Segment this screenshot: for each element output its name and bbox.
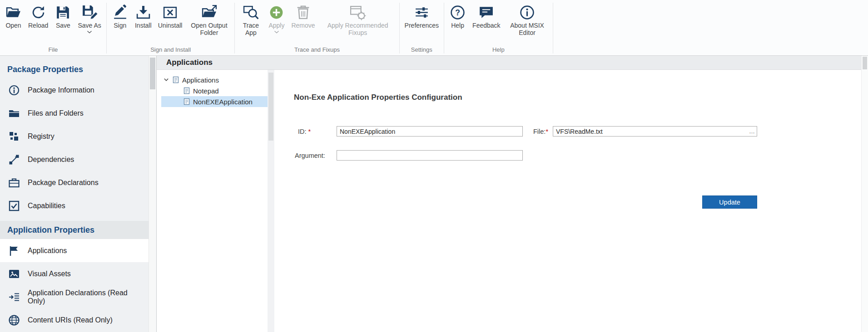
sidebar-item-application-declarations[interactable]: Application Declarations (Read Only)	[0, 285, 149, 308]
sidebar-item-label: Files and Folders	[28, 109, 84, 117]
sidebar-item-content-uris[interactable]: Content URIs (Read Only)	[0, 308, 149, 332]
tree-node-label: Applications	[182, 76, 219, 84]
ribbon-group-label-settings: Settings	[402, 45, 442, 55]
remove-trash-icon	[295, 4, 312, 21]
open-output-folder-icon	[201, 4, 218, 21]
sidebar-item-label: Registry	[28, 132, 55, 141]
ribbon-group-trace-fixups: Trace App Apply Remove Apply Recommended…	[235, 0, 399, 55]
feedback-bubble-icon	[478, 4, 495, 21]
preferences-button[interactable]: Preferences	[402, 1, 442, 29]
sidebar-item-package-information[interactable]: Package Information	[0, 78, 149, 102]
application-properties-form: Non-Exe Application Properties Configura…	[274, 70, 868, 332]
form-heading: Non-Exe Application Properties Configura…	[294, 93, 462, 102]
uninstall-button[interactable]: Uninstall	[155, 1, 186, 29]
preferences-sliders-icon	[413, 4, 430, 21]
preferences-button-label: Preferences	[405, 22, 439, 29]
ribbon-group-file: Open Reload Save Save As File	[0, 0, 106, 55]
file-input[interactable]	[553, 126, 757, 137]
uninstall-button-label: Uninstall	[158, 22, 183, 29]
trace-app-magnifier-icon	[243, 4, 259, 21]
remove-button[interactable]: Remove	[288, 1, 318, 29]
sidebar-section-package-properties: Package Properties	[0, 60, 149, 78]
visual-assets-icon	[8, 268, 20, 280]
sidebar-item-files-and-folders[interactable]: Files and Folders	[0, 102, 149, 125]
apply-recommended-fixups-button[interactable]: Apply Recommended Fixups	[318, 1, 397, 36]
main-scrollbar[interactable]	[861, 56, 868, 332]
sidebar-item-label: Dependencies	[28, 156, 74, 164]
sidebar-item-label: Package Information	[28, 86, 94, 94]
save-button[interactable]: Save	[51, 1, 74, 29]
open-button[interactable]: Open	[2, 1, 25, 29]
sidebar-item-label: Capabilities	[28, 202, 65, 210]
tree-node-notepad[interactable]: Notepad	[157, 85, 268, 96]
sidebar-section-application-properties: Application Properties	[0, 221, 149, 239]
trace-app-button[interactable]: Trace App	[237, 1, 265, 36]
browse-file-button[interactable]: …	[749, 126, 755, 137]
save-as-icon	[81, 4, 98, 21]
sidebar-item-visual-assets[interactable]: Visual Assets	[0, 262, 149, 285]
document-icon	[183, 98, 190, 105]
sidebar-item-capabilities[interactable]: Capabilities	[0, 194, 149, 217]
argument-field-label: Argument:	[295, 152, 325, 159]
tree-scrollbar-thumb[interactable]	[268, 73, 273, 141]
reload-button[interactable]: Reload	[25, 1, 51, 29]
feedback-button[interactable]: Feedback	[469, 1, 503, 29]
tree-node-label: NonEXEApplication	[193, 98, 253, 106]
sidebar-item-applications[interactable]: Applications	[0, 239, 149, 262]
sidebar-item-dependencies[interactable]: Dependencies	[0, 148, 149, 171]
sign-button[interactable]: Sign	[109, 1, 132, 29]
install-button-label: Install	[135, 22, 152, 29]
sidebar-item-package-declarations[interactable]: Package Declarations	[0, 171, 149, 194]
tree-node-nonexeapplication[interactable]: NonEXEApplication	[161, 96, 268, 107]
open-output-folder-button[interactable]: Open Output Folder	[185, 1, 233, 36]
sidebar-item-label: Visual Assets	[28, 270, 71, 278]
applications-tree: Applications Notepad NonEXEApplication	[157, 70, 268, 332]
install-button[interactable]: Install	[132, 1, 155, 29]
trace-app-button-label: Trace App	[240, 22, 262, 36]
tree-node-applications-root[interactable]: Applications	[157, 74, 268, 85]
sidebar-scrollbar[interactable]	[149, 56, 157, 332]
svg-text:?: ?	[455, 8, 460, 17]
save-as-button[interactable]: Save As	[74, 1, 104, 34]
about-info-icon	[519, 4, 536, 21]
open-folder-icon	[5, 4, 22, 21]
tree-scrollbar[interactable]	[268, 70, 274, 332]
registry-icon	[8, 131, 20, 142]
open-output-folder-button-label: Open Output Folder	[188, 22, 229, 36]
main-panel: Applications Applications Notepad NonEXE…	[157, 56, 868, 332]
id-input[interactable]	[337, 126, 523, 137]
sidebar-item-label: Applications	[28, 247, 67, 255]
apply-plus-icon	[268, 4, 285, 21]
save-icon	[55, 4, 71, 21]
ribbon-group-label-file: File	[2, 45, 104, 55]
save-as-button-label: Save As	[78, 22, 101, 29]
ribbon-group-sign-install: Sign Install Uninstall Open Output Folde…	[107, 0, 235, 55]
chevron-down-icon	[163, 78, 169, 82]
apply-button[interactable]: Apply	[265, 1, 288, 34]
file-field-label: File:*	[533, 128, 548, 135]
ribbon-group-help: ? Help Feedback About MSIX Editor Help	[444, 0, 552, 55]
capabilities-check-icon	[8, 200, 20, 212]
ribbon-group-label-trace-fixups: Trace and Fixups	[237, 45, 397, 55]
sidebar-scrollbar-thumb[interactable]	[150, 58, 155, 89]
apply-recommended-fixups-button-label: Apply Recommended Fixups	[322, 22, 394, 36]
about-msix-editor-button[interactable]: About MSIX Editor	[504, 1, 551, 36]
uninstall-x-icon	[162, 4, 179, 21]
sign-button-label: Sign	[114, 22, 126, 29]
help-button-label: Help	[451, 22, 464, 29]
recommended-fixups-icon	[349, 4, 366, 21]
help-question-icon: ?	[449, 4, 466, 21]
install-arrow-icon	[135, 4, 152, 21]
chevron-down-icon	[87, 30, 92, 34]
help-button[interactable]: ? Help	[446, 1, 469, 29]
update-button[interactable]: Update	[702, 195, 757, 209]
required-asterisk: *	[308, 128, 311, 135]
sidebar-item-registry[interactable]: Registry	[0, 125, 149, 148]
argument-input[interactable]	[337, 150, 523, 161]
chevron-down-icon	[274, 30, 279, 34]
apply-button-label: Apply	[268, 22, 284, 29]
main-scrollbar-thumb[interactable]	[863, 57, 867, 69]
dependencies-icon	[8, 154, 20, 166]
save-button-label: Save	[56, 22, 70, 29]
tree-node-label: Notepad	[193, 87, 219, 95]
